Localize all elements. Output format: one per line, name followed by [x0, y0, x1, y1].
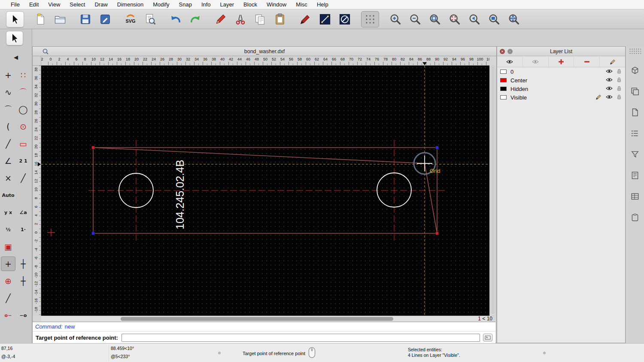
menu-edit[interactable]: Edit [24, 1, 43, 8]
angle-line-tool[interactable]: ∠ [1, 154, 15, 168]
selection-pointer-button[interactable] [6, 31, 23, 45]
layer-visibility-eye-icon[interactable] [605, 67, 613, 76]
horizontal-scrollbar[interactable] [41, 316, 489, 322]
menu-dimension[interactable]: Dimension [112, 1, 148, 8]
menu-window[interactable]: Window [262, 1, 291, 8]
pointer-tool[interactable] [6, 11, 24, 27]
dock-grip[interactable] [629, 48, 641, 55]
command-options-button[interactable] [483, 334, 492, 341]
add-layer-button[interactable] [549, 56, 574, 67]
snap-free-tool[interactable]: + [1, 256, 15, 271]
restrict-vertical-tool[interactable]: −o [16, 308, 30, 323]
paste-button[interactable] [271, 11, 289, 27]
layer-row-hidden[interactable]: Hidden [497, 84, 625, 93]
pen-attributes-button[interactable] [296, 11, 314, 27]
svg-export-button[interactable]: SVG [122, 11, 140, 27]
horizontal-scrollbar-thumb[interactable] [121, 317, 393, 321]
snap-distance-tool[interactable]: 1· [16, 222, 30, 237]
zoom-window-button[interactable] [485, 11, 503, 27]
handle-bottom-left[interactable] [92, 232, 95, 235]
tangent-two-circles-tool[interactable]: 2 1 [16, 154, 30, 168]
snap-grid-tool[interactable]: ▣ [1, 239, 15, 254]
no-fill-button[interactable] [336, 11, 354, 27]
clipboard-panel-toggle[interactable] [629, 211, 641, 223]
snap-endpoint-tool[interactable]: ┼ [16, 256, 30, 271]
property-editor-panel-toggle[interactable] [629, 64, 641, 76]
restrict-horizontal-tool[interactable]: o− [1, 308, 15, 323]
handle-top-right[interactable] [436, 146, 439, 149]
zoom-selection-button[interactable] [446, 11, 464, 27]
copy-button[interactable] [251, 11, 269, 27]
menu-block[interactable]: Block [239, 1, 262, 8]
drawing-canvas[interactable]: 104.245.02.4B Grid [41, 66, 489, 316]
ortho-xy-tool[interactable]: y x [1, 205, 15, 220]
save-file-button[interactable] [76, 11, 94, 27]
menu-help[interactable]: Help [312, 1, 333, 8]
new-file-button[interactable] [31, 11, 49, 27]
menu-view[interactable]: View [43, 1, 65, 8]
zoom-pan-button[interactable] [505, 11, 523, 27]
hide-all-layers-button[interactable] [523, 56, 549, 67]
undo-button[interactable] [167, 11, 185, 27]
menu-snap[interactable]: Snap [174, 1, 197, 8]
zoom-auto-button[interactable] [426, 11, 444, 27]
snap-middle-tool[interactable]: ½ [1, 222, 15, 237]
show-all-layers-button[interactable] [497, 56, 523, 67]
menu-info[interactable]: Info [197, 1, 216, 8]
angle-snap-tool[interactable]: ∠a [16, 205, 30, 220]
palette-back-button[interactable]: ◀ [9, 52, 22, 62]
edit-layer-button[interactable] [600, 56, 625, 67]
intersection-tool[interactable]: × [1, 171, 15, 185]
panel-close-button[interactable]: × [500, 49, 505, 54]
layer-lock-icon[interactable] [616, 77, 622, 84]
rectangle-tool[interactable]: ▭ [16, 136, 30, 151]
print-preview-button[interactable] [141, 11, 159, 27]
snap-center-tool[interactable]: ⊕ [1, 274, 15, 288]
auto-snap-button[interactable]: Auto [1, 188, 15, 202]
status-splitter-knob[interactable] [543, 352, 546, 354]
arc-tangent-tool[interactable]: ( [1, 119, 15, 134]
arc-tool[interactable]: ⌒ [1, 102, 15, 117]
menu-modify[interactable]: Modify [148, 1, 174, 8]
zoom-out-button[interactable] [406, 11, 424, 27]
vertical-scrollbar-thumb[interactable] [491, 66, 495, 314]
layer-visibility-eye-icon[interactable] [605, 84, 613, 94]
snap-intersection-tool[interactable]: ┼ [16, 274, 30, 288]
menu-file[interactable]: File [6, 1, 24, 8]
open-file-button[interactable] [51, 11, 69, 27]
point-tool[interactable]: + [1, 68, 15, 82]
layer-row-visible[interactable]: Visible [497, 93, 625, 102]
layer-row-0[interactable]: 0 [497, 67, 625, 76]
menu-layer[interactable]: Layer [216, 1, 239, 8]
layer-row-center[interactable]: Center [497, 76, 625, 84]
layer-visibility-eye-icon[interactable] [605, 93, 613, 102]
layer-lock-icon[interactable] [616, 94, 622, 101]
divide-tool[interactable]: ╱ [16, 171, 30, 185]
menu-draw[interactable]: Draw [90, 1, 112, 8]
vertical-scrollbar[interactable] [490, 66, 495, 316]
grid-toggle-button[interactable] [361, 11, 379, 27]
layer-list-panel-toggle[interactable] [629, 85, 641, 97]
block-list-panel-toggle[interactable] [629, 106, 641, 118]
circle-tool[interactable]: ◯ [16, 102, 30, 117]
layer-lock-icon[interactable] [616, 85, 622, 93]
line-attributes-button[interactable] [316, 11, 334, 27]
command-input[interactable] [122, 334, 480, 342]
drawing-preferences-button[interactable] [96, 11, 114, 27]
panel-float-button[interactable]: ▫ [507, 49, 513, 54]
zoom-previous-button[interactable] [465, 11, 483, 27]
layer-visibility-eye-icon[interactable] [605, 76, 613, 85]
snap-on-entity-tool[interactable]: ╱ [1, 291, 15, 305]
hatch-tool[interactable]: ∷ [16, 68, 30, 82]
tangent-line-tool[interactable]: ╱ [1, 136, 15, 151]
menu-misc[interactable]: Misc [291, 1, 312, 8]
remove-layer-button[interactable] [574, 56, 600, 67]
spline-tool[interactable]: ∿ [1, 85, 15, 100]
layer-lock-icon[interactable] [616, 68, 622, 75]
view-list-panel-toggle[interactable] [629, 127, 641, 139]
redo-button[interactable] [186, 11, 204, 27]
status-splitter-knob[interactable] [218, 352, 221, 354]
handle-bottom-right[interactable] [436, 232, 439, 235]
curve-points-tool[interactable]: ⌒ [16, 85, 30, 100]
command-history-panel-toggle[interactable] [629, 190, 641, 202]
